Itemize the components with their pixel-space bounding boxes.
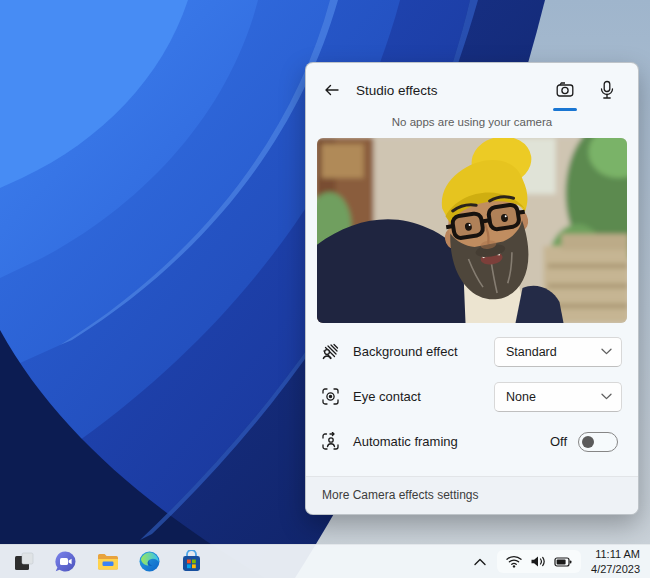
auto-framing-icon [321,432,340,451]
clock-date: 4/27/2023 [591,562,640,576]
row-automatic-framing: Automatic framing Off [321,419,622,464]
back-arrow-icon [324,82,340,98]
flyout-header: Studio effects [306,63,638,103]
toggle-state-label: Off [550,434,567,449]
microsoft-store-icon[interactable] [179,549,204,574]
tab-camera[interactable] [552,77,578,103]
row-background-effect: Background effect Standard [321,329,622,374]
studio-effects-flyout: Studio effects No apps are using your ca… [305,62,639,515]
taskbar-apps [0,549,204,574]
flyout-footer: More Camera effects settings [306,476,638,514]
microphone-icon [598,80,616,100]
camera-icon [555,80,575,100]
clock-time: 11:11 AM [591,547,640,561]
volume-icon [530,555,546,568]
system-tray: 11:11 AM 4/27/2023 [469,545,644,578]
task-view-icon[interactable] [11,549,36,574]
automatic-framing-toggle[interactable] [578,432,618,452]
file-explorer-icon[interactable] [95,549,120,574]
eye-contact-dropdown[interactable]: None [494,382,622,412]
taskbar-clock[interactable]: 11:11 AM 4/27/2023 [587,545,644,578]
wifi-icon [506,555,522,568]
hidden-icons-chevron[interactable] [469,550,491,574]
dropdown-value: None [506,390,601,404]
row-label: Eye contact [353,389,421,404]
background-blur-icon [321,342,340,361]
teams-chat-icon[interactable] [53,549,78,574]
back-button[interactable] [320,78,344,102]
camera-usage-status: No apps are using your camera [306,116,638,128]
background-effect-dropdown[interactable]: Standard [494,337,622,367]
toggle-knob [582,436,594,448]
network-volume-battery-group[interactable] [497,550,581,573]
edge-icon[interactable] [137,549,162,574]
dropdown-value: Standard [506,345,601,359]
row-eye-contact: Eye contact None [321,374,622,419]
desktop: Studio effects No apps are using your ca… [0,0,650,578]
taskbar: 11:11 AM 4/27/2023 [0,544,650,578]
tab-microphone[interactable] [594,77,620,103]
effects-list: Background effect Standard [306,323,638,464]
row-label: Background effect [353,344,458,359]
chevron-down-icon [601,393,612,400]
more-camera-settings-link[interactable]: More Camera effects settings [322,488,479,502]
flyout-title: Studio effects [356,83,438,98]
chevron-down-icon [601,348,612,355]
camera-preview [317,138,627,323]
eye-contact-icon [321,387,340,406]
row-label: Automatic framing [353,434,458,449]
battery-icon [554,556,572,568]
